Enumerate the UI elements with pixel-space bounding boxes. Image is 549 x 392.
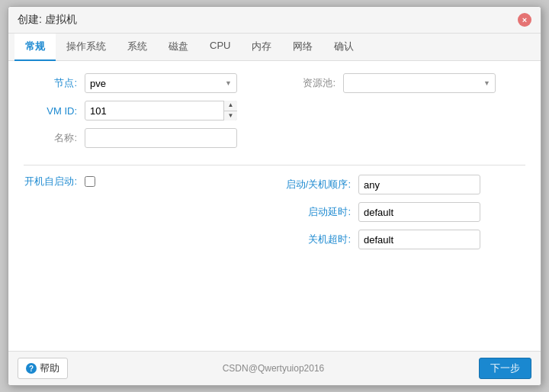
dialog-header: 创建: 虚拟机 × <box>8 7 541 34</box>
resource-row: 资源池: <box>282 73 525 93</box>
node-select[interactable]: pve <box>85 73 237 93</box>
boot-order-input[interactable] <box>358 175 480 194</box>
name-input[interactable] <box>85 128 237 148</box>
watermark-text: CSDN@Qwertyuiop2016 <box>223 363 325 374</box>
vmid-row: VM ID: ▲ ▼ <box>24 101 267 120</box>
autostart-section: 开机自启动: <box>24 175 267 257</box>
tab-disk[interactable]: 磁盘 <box>158 34 199 61</box>
name-row: 名称: <box>24 128 267 148</box>
help-label: 帮助 <box>40 361 59 375</box>
boot-order-label: 启动/关机顺序: <box>282 178 358 191</box>
tab-bar: 常规 操作系统 系统 磁盘 CPU 内存 网络 确认 <box>8 34 541 61</box>
divider <box>24 165 525 165</box>
node-row: 节点: pve <box>24 73 267 93</box>
tab-os[interactable]: 操作系统 <box>56 34 117 61</box>
dialog-footer: ? 帮助 CSDN@Qwertyuiop2016 下一步 <box>8 351 541 385</box>
resource-label: 资源池: <box>282 76 343 90</box>
vmid-up-btn[interactable]: ▲ <box>224 101 237 111</box>
shutdown-timeout-input[interactable] <box>358 230 480 249</box>
form-section-top: 节点: pve VM ID: ▲ ▼ <box>24 73 525 156</box>
node-select-wrapper: pve <box>85 73 237 93</box>
dialog-title: 创建: 虚拟机 <box>18 13 77 27</box>
autostart-row: 开机自启动: <box>24 175 267 188</box>
tab-confirm[interactable]: 确认 <box>323 34 364 61</box>
shutdown-timeout-row: 关机超时: <box>282 230 525 249</box>
resource-select-wrapper <box>343 73 496 93</box>
node-label: 节点: <box>24 76 85 90</box>
help-button[interactable]: ? 帮助 <box>18 358 68 379</box>
resource-select[interactable] <box>343 73 496 93</box>
startup-delay-input[interactable] <box>358 202 480 222</box>
next-button[interactable]: 下一步 <box>479 358 531 379</box>
shutdown-timeout-label: 关机超时: <box>282 233 358 246</box>
tab-memory[interactable]: 内存 <box>241 34 282 61</box>
name-label: 名称: <box>24 131 85 145</box>
vmid-input[interactable] <box>85 101 237 120</box>
tab-network[interactable]: 网络 <box>282 34 323 61</box>
boot-section: 启动/关机顺序: 启动延时: 关机超时: <box>282 175 525 257</box>
vmid-down-btn[interactable]: ▼ <box>224 111 237 121</box>
vmid-spinner: ▲ ▼ <box>85 101 237 120</box>
tab-general[interactable]: 常规 <box>14 34 56 61</box>
create-vm-dialog: 创建: 虚拟机 × 常规 操作系统 系统 磁盘 CPU 内存 网络 确认 节点:… <box>8 6 541 386</box>
help-icon: ? <box>26 363 37 374</box>
form-section-bottom: 开机自启动: 启动/关机顺序: 启动延时: 关机超时: <box>24 175 525 257</box>
autostart-label: 开机自启动: <box>24 175 85 188</box>
form-right: 资源池: <box>282 73 525 156</box>
vmid-spinner-buttons: ▲ ▼ <box>223 101 237 120</box>
startup-delay-row: 启动延时: <box>282 202 525 222</box>
tab-cpu[interactable]: CPU <box>199 34 241 61</box>
startup-delay-label: 启动延时: <box>282 205 358 219</box>
close-button[interactable]: × <box>518 13 531 27</box>
form-left: 节点: pve VM ID: ▲ ▼ <box>24 73 267 156</box>
vmid-label: VM ID: <box>24 105 85 117</box>
tab-system[interactable]: 系统 <box>117 34 158 61</box>
autostart-checkbox[interactable] <box>85 176 95 187</box>
boot-order-row: 启动/关机顺序: <box>282 175 525 194</box>
dialog-body: 节点: pve VM ID: ▲ ▼ <box>8 61 541 351</box>
